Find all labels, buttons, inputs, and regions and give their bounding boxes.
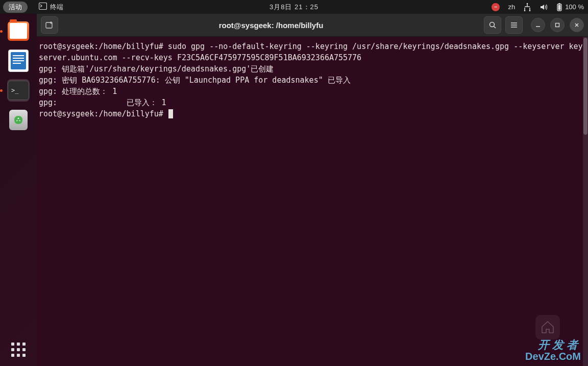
svg-point-1 [527,3,528,4]
terminal-body[interactable]: root@sysgeek:/home/billyfu# sudo gpg --n… [37,37,588,366]
battery-percent: 100 % [565,3,584,11]
watermark: 开发者 DevZe.CoM [525,339,581,362]
dock-item-terminal[interactable]: >_ [7,79,30,102]
terminal-line: gpg: 已导入： 1 [39,97,586,108]
minimize-button[interactable] [531,18,545,32]
terminal-line: root@sysgeek:/home/billyfu# sudo gpg --n… [39,41,586,63]
watermark-line1: 开发者 [525,339,581,351]
notification-error-icon[interactable]: − [492,3,500,11]
battery-indicator[interactable]: 100 % [556,3,584,11]
terminal-line: gpg: 钥匙箱'/usr/share/keyrings/deadsnakes.… [39,63,586,75]
show-applications-button[interactable] [11,343,26,357]
dock-item-trash[interactable] [7,109,30,131]
svg-point-2 [524,10,526,11]
battery-icon [556,3,563,11]
input-method-indicator[interactable]: zh [508,3,515,11]
svg-point-8 [490,22,495,27]
window-title: root@sysgeek: /home/billyfu [62,21,480,30]
dock-item-files[interactable] [7,20,30,42]
svg-rect-0 [39,3,47,10]
terminal-window: root@sysgeek: /home/billyfu root@ [37,14,588,366]
terminal-line: gpg: 处理的总数： 1 [39,86,586,97]
dock: >_ [0,14,37,366]
svg-point-3 [529,10,531,11]
maximize-button[interactable] [550,18,565,32]
app-indicator-label: 终端 [50,3,63,12]
minimize-icon [535,22,541,28]
activities-button[interactable]: 活动 [3,2,28,13]
scrollbar[interactable] [583,37,588,366]
menu-button[interactable] [505,16,523,34]
maximize-icon [554,22,560,28]
cursor [168,109,173,118]
dock-item-writer[interactable] [7,50,30,72]
hamburger-icon [510,21,518,29]
app-indicator[interactable]: 终端 [39,3,63,12]
volume-icon[interactable] [540,3,548,11]
terminal-small-icon [39,3,47,11]
clock[interactable]: 3月8日 21：25 [270,3,318,12]
search-icon [488,21,497,29]
network-icon[interactable] [523,3,531,11]
search-button[interactable] [484,16,501,34]
close-icon [574,22,580,28]
terminal-line: gpg: 密钥 BA6932366A755776: 公钥 "Launchpad … [39,75,586,86]
top-bar: 活动 终端 3月8日 21：25 − zh 100 % [0,0,588,14]
close-button[interactable] [570,18,584,32]
window-titlebar: root@sysgeek: /home/billyfu [37,14,588,37]
system-tray: − zh 100 % [492,3,584,11]
scrollbar-thumb[interactable] [583,38,587,135]
home-ghost-icon [535,315,560,339]
svg-rect-5 [559,3,560,4]
watermark-line2: DevZe.CoM [525,351,581,362]
svg-rect-6 [558,5,561,10]
terminal-line: root@sysgeek:/home/billyfu# [39,108,586,119]
svg-rect-9 [556,23,559,27]
new-tab-button[interactable] [41,16,58,34]
